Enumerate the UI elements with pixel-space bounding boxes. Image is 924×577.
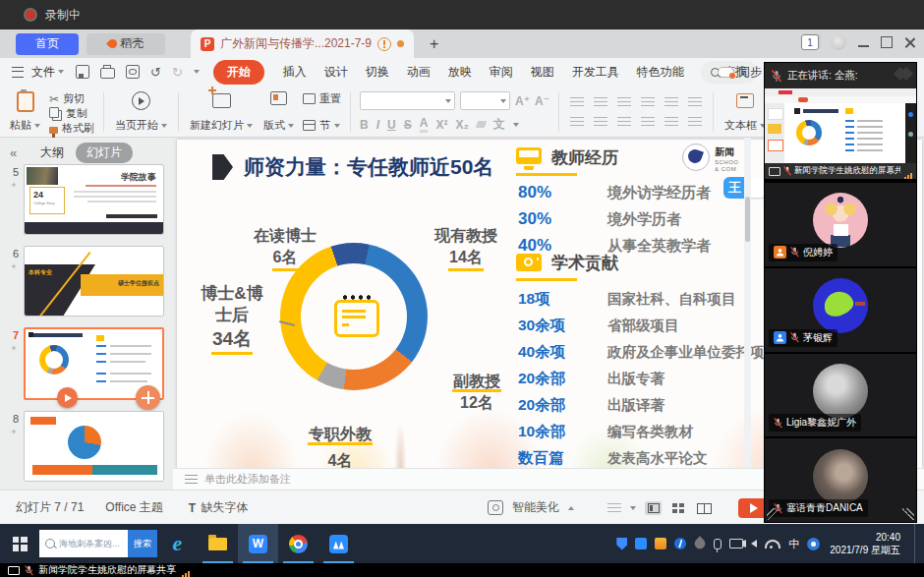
meeting-tray-icon[interactable]: [635, 538, 647, 549]
add-slide-floating-button[interactable]: [136, 385, 160, 410]
wifi-icon[interactable]: [765, 540, 780, 548]
save-icon[interactable]: [76, 65, 89, 79]
tray-app-icon[interactable]: [655, 538, 666, 549]
columns-icon[interactable]: [664, 117, 678, 127]
line-spacing-icon[interactable]: [688, 97, 702, 107]
font-color-button[interactable]: A: [420, 116, 429, 133]
text-tools-icon[interactable]: [688, 117, 702, 127]
comment-bubble[interactable]: 王: [723, 177, 746, 199]
close-button[interactable]: [904, 36, 916, 48]
justify-icon[interactable]: [641, 117, 655, 127]
paste-button[interactable]: 粘贴: [8, 89, 42, 135]
participant-tile[interactable]: 塞语青青DANICA: [765, 436, 916, 522]
print-icon[interactable]: [100, 68, 115, 79]
ribbon-tab-slideshow[interactable]: 放映: [439, 64, 481, 81]
strikethrough-button[interactable]: S: [404, 118, 412, 132]
section-button[interactable]: 节: [303, 118, 341, 133]
start-button[interactable]: [0, 524, 39, 563]
notes-view-icon[interactable]: [607, 503, 621, 513]
text-direction-icon[interactable]: [664, 97, 678, 107]
font-family-select[interactable]: [360, 91, 455, 110]
bullet-list-icon[interactable]: [570, 97, 584, 107]
show-desktop-button[interactable]: [914, 524, 920, 563]
reset-button[interactable]: 重置: [303, 91, 341, 106]
reading-view-button[interactable]: [696, 501, 713, 515]
redo-icon[interactable]: ↻: [172, 66, 183, 79]
taskbar-app-meeting[interactable]: [318, 524, 359, 563]
tray-account-icon[interactable]: [807, 538, 820, 550]
ime-indicator[interactable]: 中: [788, 537, 799, 551]
slide-thumbnail-8[interactable]: [24, 411, 164, 482]
numbered-list-icon[interactable]: [594, 97, 607, 107]
italic-button[interactable]: I: [376, 118, 379, 132]
cut-button[interactable]: ✂剪切: [49, 91, 94, 106]
resize-handle[interactable]: [902, 508, 914, 520]
window-count-badge[interactable]: 1: [801, 34, 819, 50]
sync-button[interactable]: 同步: [718, 64, 762, 81]
volume-icon[interactable]: [751, 540, 757, 548]
taskbar-app-wps[interactable]: W: [238, 524, 278, 563]
resize-handle[interactable]: [767, 508, 779, 520]
satellite-tray-icon[interactable]: [693, 536, 708, 550]
tab-document[interactable]: P 广外新闻与传播学...2021-7-9: [191, 29, 414, 58]
taskbar-app-explorer[interactable]: [198, 524, 238, 563]
file-menu[interactable]: 文件: [12, 64, 64, 81]
screen-share-thumbnail[interactable]: 新闻学院学生姚欣慰的屏幕共享: [765, 88, 916, 181]
clear-format-icon[interactable]: [475, 121, 487, 128]
taskbar-app-ie[interactable]: e: [157, 524, 198, 563]
participant-tile[interactable]: Ligia黎鑫妮广外: [765, 352, 916, 437]
increase-indent-icon[interactable]: [641, 97, 655, 107]
bold-button[interactable]: B: [360, 118, 369, 132]
format-painter-button[interactable]: 格式刷: [49, 121, 94, 136]
font-size-select[interactable]: [460, 91, 510, 110]
undo-icon[interactable]: ↺: [150, 66, 161, 79]
ribbon-tab-insert[interactable]: 插入: [274, 64, 316, 81]
maximize-button[interactable]: [881, 36, 893, 48]
ribbon-tab-special[interactable]: 特色功能: [628, 64, 693, 81]
underline-button[interactable]: U: [387, 118, 396, 132]
taskbar-search[interactable]: 海地刺杀案凶... 搜索: [39, 530, 157, 557]
layout-button[interactable]: 版式: [261, 89, 296, 135]
scrollbar-thumb[interactable]: [745, 197, 750, 242]
minimize-button[interactable]: [858, 45, 869, 47]
ribbon-tab-transition[interactable]: 切换: [357, 64, 398, 81]
search-button[interactable]: 搜索: [128, 530, 157, 557]
text-box-button[interactable]: 文本框: [722, 89, 768, 135]
grow-font-button[interactable]: A⁺: [515, 94, 530, 108]
slide-sorter-view-button[interactable]: [670, 501, 687, 515]
normal-view-button[interactable]: [645, 501, 662, 515]
missing-font-label[interactable]: 缺失字体: [201, 499, 248, 516]
new-slide-button[interactable]: 新建幻灯片: [188, 89, 255, 135]
camera-tray-icon[interactable]: [729, 539, 743, 548]
taskbar-app-chrome[interactable]: [278, 524, 318, 563]
print-preview-icon[interactable]: [126, 65, 140, 79]
ribbon-tab-devtools[interactable]: 开发工具: [563, 64, 628, 81]
participant-tile[interactable]: 茅银辉: [765, 266, 916, 352]
play-from-page-button[interactable]: 当页开始: [113, 89, 169, 135]
tab-docer[interactable]: 稻壳: [87, 33, 165, 55]
participant-tile[interactable]: 倪娉婷: [765, 181, 916, 266]
ribbon-tab-view[interactable]: 视图: [522, 64, 563, 81]
align-center-icon[interactable]: [594, 117, 607, 127]
quickbar-caret-icon[interactable]: [194, 70, 200, 74]
tab-home[interactable]: 首页: [16, 33, 79, 55]
tab-outline[interactable]: 大纲: [40, 144, 64, 161]
tab-slides[interactable]: 幻灯片: [76, 143, 133, 163]
account-avatar[interactable]: [831, 34, 846, 50]
subscript-button[interactable]: X₂: [455, 118, 468, 132]
phonetic-button[interactable]: 文: [493, 116, 505, 133]
slide-thumbnail-7-selected[interactable]: [24, 327, 164, 400]
security-shield-icon[interactable]: [616, 538, 627, 550]
microphone-tray-icon[interactable]: [714, 539, 722, 549]
ribbon-tab-animation[interactable]: 动画: [398, 64, 439, 81]
collapse-panel-button[interactable]: «: [10, 145, 17, 160]
new-tab-button[interactable]: +: [430, 35, 438, 53]
align-left-icon[interactable]: [570, 117, 584, 127]
preview-play-button[interactable]: [57, 387, 78, 408]
theme-label[interactable]: Office 主题: [105, 499, 162, 516]
align-right-icon[interactable]: [617, 117, 631, 127]
copy-button[interactable]: 复制: [49, 106, 94, 121]
superscript-button[interactable]: X²: [435, 118, 447, 132]
taskbar-clock[interactable]: 20:40 2021/7/9 星期五: [830, 531, 900, 557]
flash-tray-icon[interactable]: [674, 538, 686, 549]
